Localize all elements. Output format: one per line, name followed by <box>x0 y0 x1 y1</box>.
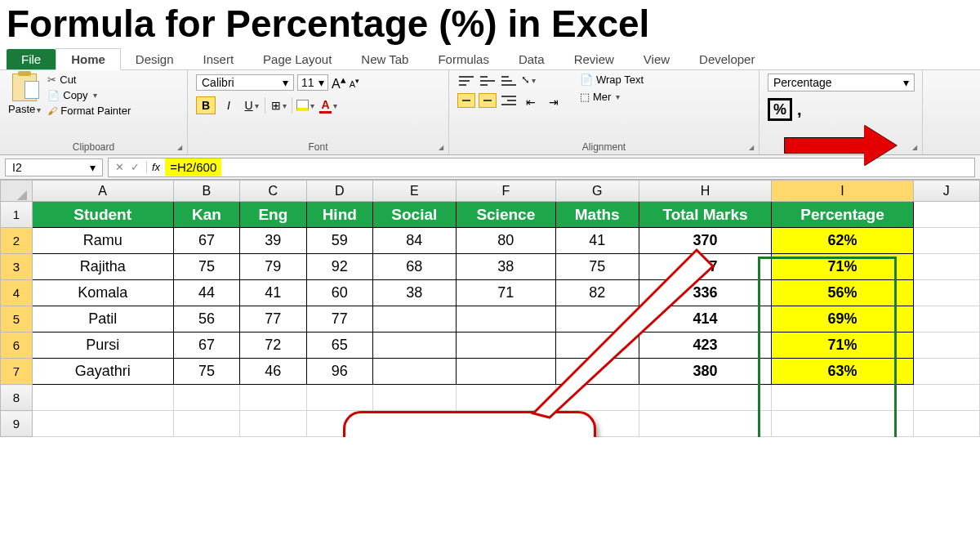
copy-button[interactable]: Copy <box>47 89 131 101</box>
align-left-button[interactable] <box>457 93 475 108</box>
cell[interactable]: 41 <box>240 280 306 306</box>
cell[interactable]: 56 <box>173 306 239 333</box>
tab-insert[interactable]: Insert <box>189 49 249 69</box>
cell[interactable]: 96 <box>306 359 372 385</box>
row-header[interactable]: 1 <box>1 202 33 228</box>
cell[interactable]: Gayathri <box>32 359 173 385</box>
paste-button[interactable]: Paste <box>8 74 41 117</box>
cell[interactable]: 62% <box>772 228 913 254</box>
shrink-font-button[interactable]: A▾ <box>350 76 359 89</box>
cut-button[interactable]: Cut <box>47 74 131 86</box>
orientation-button[interactable]: ⤡ <box>521 74 536 88</box>
cell[interactable]: 370 <box>639 228 772 254</box>
cell[interactable]: 38 <box>372 280 456 306</box>
tab-design[interactable]: Design <box>121 49 189 69</box>
column-header-I[interactable]: I <box>772 181 913 202</box>
cell[interactable]: Patil <box>32 306 173 333</box>
cell[interactable]: 84 <box>372 228 456 254</box>
row-header[interactable]: 6 <box>1 333 33 359</box>
cell[interactable]: 56% <box>772 280 913 306</box>
row-header[interactable]: 5 <box>1 306 33 333</box>
cell[interactable]: 77 <box>306 306 372 333</box>
cell[interactable] <box>913 306 980 333</box>
cell[interactable]: Pursi <box>32 333 173 359</box>
enter-formula-icon[interactable]: ✓ <box>131 161 140 173</box>
cell[interactable]: 67 <box>173 228 239 254</box>
tab-review[interactable]: Review <box>559 49 629 69</box>
format-painter-button[interactable]: Format Painter <box>47 105 131 117</box>
cell[interactable]: 68 <box>372 254 456 280</box>
cell[interactable] <box>913 359 980 385</box>
cell[interactable] <box>372 359 456 385</box>
number-format-select[interactable]: Percentage▾ <box>768 74 915 92</box>
cell[interactable]: 71 <box>456 280 555 306</box>
header-cell[interactable]: Science <box>456 202 555 228</box>
comma-style-button[interactable]: , <box>797 100 802 119</box>
row-header[interactable]: 2 <box>1 228 33 254</box>
cell[interactable]: 46 <box>240 359 306 385</box>
cell[interactable] <box>32 411 173 437</box>
fill-color-button[interactable] <box>296 96 315 114</box>
header-cell[interactable]: Hind <box>306 202 372 228</box>
cell[interactable] <box>372 306 456 333</box>
header-cell[interactable]: Eng <box>240 202 306 228</box>
cell[interactable] <box>913 228 980 254</box>
column-header-C[interactable]: C <box>240 181 306 202</box>
header-cell[interactable]: Social <box>372 202 456 228</box>
column-header-E[interactable]: E <box>372 181 456 202</box>
cell[interactable]: 71% <box>772 333 913 359</box>
column-header-D[interactable]: D <box>306 181 372 202</box>
tab-pagelayout[interactable]: Page Layout <box>248 49 346 69</box>
cell[interactable] <box>913 280 980 306</box>
align-middle-button[interactable] <box>479 74 497 88</box>
cell[interactable]: 75 <box>173 254 239 280</box>
underline-button[interactable]: U <box>242 96 261 114</box>
cell[interactable] <box>32 385 173 411</box>
header-cell[interactable]: Percentage <box>772 202 913 228</box>
cell[interactable]: 41 <box>555 228 639 254</box>
cell[interactable] <box>913 385 980 411</box>
align-bottom-button[interactable] <box>500 74 518 88</box>
cell[interactable] <box>372 333 456 359</box>
cell[interactable]: 75 <box>173 359 239 385</box>
column-header-A[interactable]: A <box>32 181 173 202</box>
grow-font-button[interactable]: A▴ <box>332 74 346 92</box>
cell[interactable]: Ramu <box>32 228 173 254</box>
tab-developer[interactable]: Developer <box>684 49 769 69</box>
name-box[interactable]: I2▾ <box>5 158 103 176</box>
decrease-indent-button[interactable]: ⇤ <box>521 93 541 111</box>
cell[interactable]: 44 <box>173 280 239 306</box>
column-header-H[interactable]: H <box>639 181 772 202</box>
cell[interactable]: 82 <box>555 280 639 306</box>
cell[interactable] <box>913 254 980 280</box>
cell[interactable]: 69% <box>772 306 913 333</box>
cell[interactable]: 72 <box>240 333 306 359</box>
align-top-button[interactable] <box>457 74 475 88</box>
column-header-B[interactable]: B <box>173 181 239 202</box>
cell[interactable] <box>240 411 306 437</box>
bold-button[interactable]: B <box>196 96 216 114</box>
align-center-button[interactable] <box>479 93 497 108</box>
italic-button[interactable]: I <box>219 96 238 114</box>
cell[interactable] <box>173 385 239 411</box>
cell[interactable]: 80 <box>456 228 555 254</box>
cell[interactable]: 92 <box>306 254 372 280</box>
row-header[interactable]: 3 <box>1 254 33 280</box>
cell[interactable] <box>240 385 306 411</box>
cell[interactable] <box>772 385 913 411</box>
borders-button[interactable] <box>269 96 288 114</box>
header-cell[interactable]: Total Marks <box>639 202 772 228</box>
select-all-corner[interactable] <box>1 181 33 202</box>
cell[interactable] <box>913 411 980 437</box>
column-header-J[interactable]: J <box>913 181 980 202</box>
cell[interactable] <box>772 411 913 437</box>
font-size-select[interactable]: 11▾ <box>297 74 328 91</box>
row-header[interactable]: 9 <box>1 411 33 437</box>
merge-button[interactable]: ⬚Mer <box>580 91 644 103</box>
fx-icon[interactable]: fx <box>147 161 165 173</box>
font-name-select[interactable]: Calibri▾ <box>196 74 294 91</box>
tab-file[interactable]: File <box>7 49 56 69</box>
cancel-formula-icon[interactable]: ✕ <box>115 161 124 173</box>
cell[interactable] <box>913 333 980 359</box>
cell[interactable]: 60 <box>306 280 372 306</box>
